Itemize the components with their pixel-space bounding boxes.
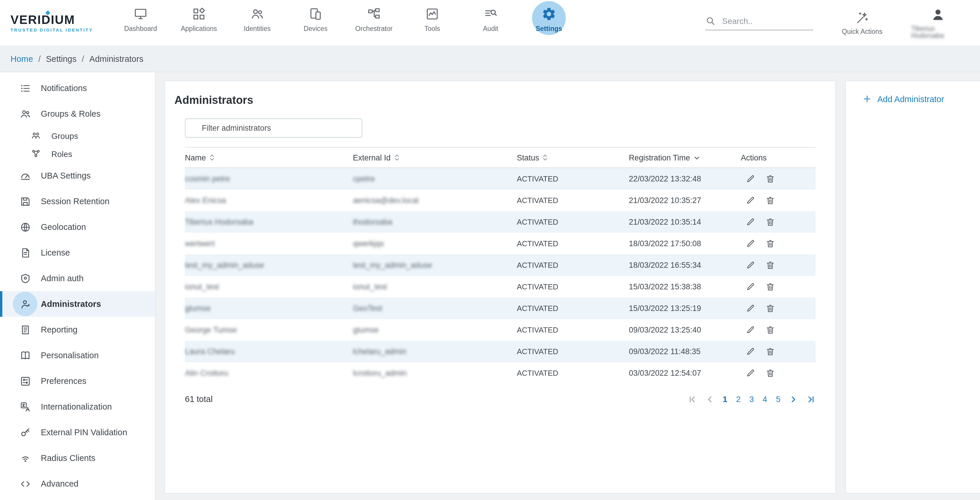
status-badge: ACTIVATED xyxy=(517,196,629,205)
nav-item-applications[interactable]: Applications xyxy=(170,1,228,45)
cell-name: wertwert xyxy=(185,239,353,248)
sidebar-item-personalisation[interactable]: Personalisation xyxy=(0,342,155,368)
add-administrator-button[interactable]: Add Administrator xyxy=(862,94,944,104)
column-header-status[interactable]: Status xyxy=(517,153,629,162)
cell-name: gtumse xyxy=(185,304,353,313)
sidebar-label: Roles xyxy=(51,149,72,158)
sidebar-item-internationalization[interactable]: Internationalization xyxy=(0,394,155,419)
sidebar-item-external-pin-validation[interactable]: External PIN Validation xyxy=(0,419,155,445)
edit-button[interactable] xyxy=(745,216,756,228)
sidebar-item-admin-auth[interactable]: Admin auth xyxy=(0,266,155,291)
delete-button[interactable] xyxy=(764,216,776,228)
search[interactable] xyxy=(705,16,813,30)
cell-external-id: ionut_test xyxy=(353,282,517,291)
sidebar-item-uba-settings[interactable]: UBA Settings xyxy=(0,163,155,188)
pagination-page-3[interactable]: 3 xyxy=(749,394,754,404)
table-row[interactable]: George Tumse gtumse ACTIVATED 09/03/2022… xyxy=(185,319,816,341)
delete-button[interactable] xyxy=(764,238,776,249)
table-row[interactable]: Laura Chelaru lchelaru_admin ACTIVATED 0… xyxy=(185,341,816,362)
edit-button[interactable] xyxy=(745,346,756,357)
edit-button[interactable] xyxy=(745,238,756,249)
table-row[interactable]: gtumse GeoTest ACTIVATED 15/03/2022 13:2… xyxy=(185,298,816,319)
nav-item-settings[interactable]: Settings xyxy=(520,1,578,45)
search-input[interactable] xyxy=(721,16,805,26)
status-badge: ACTIVATED xyxy=(517,282,629,291)
delete-button[interactable] xyxy=(764,260,776,271)
delete-button[interactable] xyxy=(764,194,776,206)
sidebar-item-advanced[interactable]: Advanced xyxy=(0,471,155,497)
sidebar-item-notifications[interactable]: Notifications xyxy=(0,75,155,101)
sidebar-item-administrators[interactable]: Administrators xyxy=(0,291,155,317)
column-label: Actions xyxy=(741,153,767,162)
edit-button[interactable] xyxy=(745,324,756,336)
cell-external-id: lchelaru_admin xyxy=(353,347,517,356)
content: Notifications Groups & Roles Groups Role… xyxy=(0,72,980,500)
edit-button[interactable] xyxy=(745,260,756,271)
column-header-registration-time[interactable]: Registration Time xyxy=(629,153,741,162)
sidebar-item-reporting[interactable]: Reporting xyxy=(0,317,155,342)
column-header-name[interactable]: Name xyxy=(185,153,353,162)
delete-button[interactable] xyxy=(764,367,776,379)
cell-external-id: gtumse xyxy=(353,326,517,334)
edit-button[interactable] xyxy=(745,281,756,293)
sidebar-item-groups-roles[interactable]: Groups & Roles xyxy=(0,101,155,127)
pagination-page-1[interactable]: 1 xyxy=(723,394,727,404)
column-header-external-id[interactable]: External Id xyxy=(353,153,517,162)
sidebar-item-license[interactable]: License xyxy=(0,240,155,266)
table-row[interactable]: Alin Croitoru lcroitoru_admin ACTIVATED … xyxy=(185,362,816,384)
edit-button[interactable] xyxy=(745,173,756,185)
pagination-last-button[interactable] xyxy=(807,395,816,403)
pagination-prev-button[interactable] xyxy=(705,395,714,403)
audit-icon xyxy=(483,6,498,21)
sidebar-label: Radius Clients xyxy=(41,453,95,463)
nav-item-tools[interactable]: Tools xyxy=(403,1,461,45)
cell-external-id: cpetre xyxy=(353,174,517,183)
sidebar-item-geolocation[interactable]: Geolocation xyxy=(0,214,155,240)
nav-item-dashboard[interactable]: Dashboard xyxy=(111,1,170,45)
cell-registration-time: 15/03/2022 15:38:38 xyxy=(629,282,741,291)
nav-item-devices[interactable]: Devices xyxy=(286,1,345,45)
pagination-page-2[interactable]: 2 xyxy=(736,394,741,404)
pagination-next-button[interactable] xyxy=(789,395,798,403)
cell-registration-time: 09/03/2022 13:25:40 xyxy=(629,326,741,334)
pagination-first-button[interactable] xyxy=(688,395,697,403)
sidebar-label: Session Retention xyxy=(41,197,110,206)
pagination-page-4[interactable]: 4 xyxy=(763,394,767,404)
cell-name: Tiberius Hodorsaba xyxy=(185,218,353,226)
table-row[interactable]: cosmin petre cpetre ACTIVATED 22/03/2022… xyxy=(185,168,816,189)
delete-button[interactable] xyxy=(764,324,776,336)
roles-icon xyxy=(29,147,42,160)
sidebar-item-preferences[interactable]: Preferences xyxy=(0,368,155,394)
edit-button[interactable] xyxy=(745,194,756,206)
table-row[interactable]: test_my_admin_aduse test_my_admin_aduse … xyxy=(185,254,816,276)
sidebar-item-groups[interactable]: Groups xyxy=(0,127,155,145)
table-row[interactable]: wertwert qwerkjqs ACTIVATED 18/03/2022 1… xyxy=(185,233,816,254)
delete-button[interactable] xyxy=(764,173,776,185)
breadcrumb-home[interactable]: Home xyxy=(11,54,33,63)
delete-button[interactable] xyxy=(764,303,776,314)
delete-button[interactable] xyxy=(764,346,776,357)
quick-actions-button[interactable]: Quick Actions xyxy=(835,11,889,35)
breadcrumb-separator: / xyxy=(82,54,84,63)
table-row[interactable]: ionut_test ionut_test ACTIVATED 15/03/20… xyxy=(185,276,816,298)
cell-actions xyxy=(741,238,816,249)
sidebar-item-session-retention[interactable]: Session Retention xyxy=(0,188,155,214)
pagination: 1 2 3 4 5 xyxy=(688,394,816,404)
table-row[interactable]: Tiberius Hodorsaba thodorsaba ACTIVATED … xyxy=(185,211,816,233)
nav-item-identities[interactable]: Identities xyxy=(228,1,286,45)
column-label: External Id xyxy=(353,153,391,162)
table-row[interactable]: Alex Enicsa aenicsa@dev.local ACTIVATED … xyxy=(185,189,816,211)
breadcrumb-settings[interactable]: Settings xyxy=(46,54,76,63)
pagination-page-5[interactable]: 5 xyxy=(776,394,781,404)
edit-button[interactable] xyxy=(745,367,756,379)
nav-label: Applications xyxy=(181,25,217,32)
nav-item-orchestrator[interactable]: Orchestrator xyxy=(345,1,403,45)
nav-item-audit[interactable]: Audit xyxy=(461,1,520,45)
edit-button[interactable] xyxy=(745,303,756,314)
filter-administrators-input[interactable] xyxy=(185,118,362,138)
user-avatar[interactable]: Tiberius Hodorsaba xyxy=(911,7,965,39)
sidebar-item-roles[interactable]: Roles xyxy=(0,145,155,163)
cell-actions xyxy=(741,281,816,293)
delete-button[interactable] xyxy=(764,281,776,293)
sidebar-item-radius-clients[interactable]: Radius Clients xyxy=(0,445,155,471)
